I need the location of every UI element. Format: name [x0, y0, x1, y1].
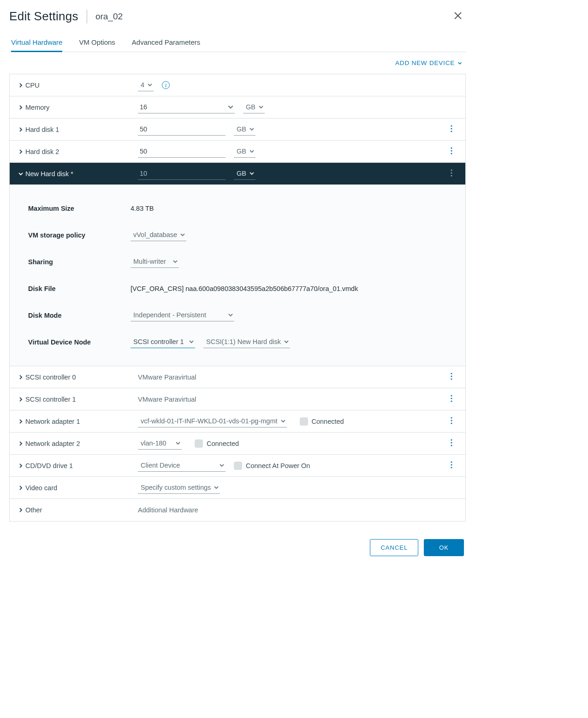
chevron-down-icon	[284, 339, 289, 344]
net2-network-select[interactable]: vlan-180	[138, 438, 182, 450]
row-scsi-1: SCSI controller 1 VMware Paravirtual	[10, 388, 465, 410]
chevron-right-icon	[18, 83, 24, 88]
net1-connected-checkbox[interactable]	[300, 417, 308, 426]
chevron-right-icon	[18, 149, 24, 154]
expand-video[interactable]	[18, 485, 25, 491]
other-value: Additional Hardware	[138, 506, 198, 514]
scsi0-actions[interactable]	[446, 373, 457, 381]
memory-unit-select[interactable]: GB	[243, 101, 265, 113]
net1-label: Network adapter 1	[25, 418, 80, 425]
net2-actions[interactable]	[446, 439, 457, 448]
chevron-right-icon	[18, 127, 24, 132]
expand-scsi0[interactable]	[18, 374, 25, 380]
expand-hd2[interactable]	[18, 149, 25, 154]
scsi0-value: VMware Paravirtual	[138, 374, 196, 381]
expand-cd[interactable]	[18, 463, 25, 469]
hd1-unit-select[interactable]: GB	[234, 124, 255, 136]
expand-memory[interactable]	[18, 105, 25, 110]
net1-network-select[interactable]: vcf-wkld-01-IT-INF-WKLD-01-vds-01-pg-mgm…	[138, 415, 287, 427]
cd-device-value: Client Device	[141, 462, 180, 469]
cancel-button[interactable]: CANCEL	[370, 539, 418, 556]
newhd-details-panel: Maximum Size 4.83 TB VM storage policy v…	[10, 185, 465, 366]
info-icon[interactable]: i	[162, 81, 170, 89]
hd1-label: Hard disk 1	[25, 126, 59, 133]
scsi1-actions[interactable]	[446, 395, 457, 404]
cd-connect-checkbox[interactable]	[234, 462, 242, 470]
net2-network-value: vlan-180	[141, 439, 166, 447]
hd1-unit-value: GB	[237, 125, 246, 133]
chevron-down-icon	[249, 126, 255, 132]
tab-vm-options[interactable]: VM Options	[79, 36, 115, 52]
tab-advanced-parameters[interactable]: Advanced Parameters	[132, 36, 200, 52]
chevron-down-icon	[147, 82, 153, 88]
svg-point-8	[451, 169, 452, 171]
net2-connected-checkbox[interactable]	[195, 439, 203, 448]
svg-point-20	[451, 439, 452, 440]
sharing-select[interactable]: Multi-writer	[131, 256, 179, 268]
cd-device-select[interactable]: Client Device	[138, 460, 226, 472]
svg-point-5	[451, 147, 452, 148]
other-label: Other	[25, 506, 42, 514]
expand-net1[interactable]	[18, 419, 25, 424]
row-new-hard-disk: New Hard disk * GB	[10, 163, 465, 185]
dialog-title: Edit Settings	[9, 9, 78, 24]
disk-file-label: Disk File	[18, 285, 131, 292]
newhd-size-input[interactable]	[138, 168, 226, 180]
add-new-device-button[interactable]: ADD NEW DEVICE	[395, 59, 462, 66]
net1-actions[interactable]	[446, 417, 457, 426]
ok-button[interactable]: OK	[424, 539, 464, 556]
video-settings-select[interactable]: Specify custom settings	[138, 482, 220, 494]
svg-point-18	[451, 420, 452, 421]
kebab-icon	[451, 373, 452, 380]
expand-hd1[interactable]	[18, 127, 25, 132]
memory-size-value: 16	[140, 103, 147, 111]
storage-policy-label: VM storage policy	[18, 231, 131, 239]
hd2-unit-select[interactable]: GB	[234, 146, 255, 158]
net2-label: Network adapter 2	[25, 440, 80, 447]
cpu-count-value: 4	[141, 81, 144, 89]
hd1-size-input[interactable]	[138, 124, 226, 136]
chevron-down-icon	[227, 104, 234, 110]
svg-point-7	[451, 153, 452, 154]
hd2-actions[interactable]	[446, 147, 457, 156]
memory-size-input[interactable]: 16	[138, 101, 235, 113]
chevron-down-icon	[175, 440, 181, 446]
chevron-down-icon	[180, 232, 185, 237]
collapse-newhd[interactable]	[18, 171, 25, 177]
svg-point-6	[451, 150, 452, 151]
scsi1-value: VMware Paravirtual	[138, 396, 196, 403]
hd1-actions[interactable]	[446, 125, 457, 134]
kebab-icon	[451, 439, 452, 446]
svg-point-11	[451, 373, 452, 374]
close-button[interactable]	[452, 10, 464, 24]
svg-point-17	[451, 417, 452, 418]
newhd-actions[interactable]	[446, 169, 457, 178]
expand-scsi1[interactable]	[18, 397, 25, 402]
svg-point-21	[451, 442, 452, 443]
newhd-unit-select[interactable]: GB	[234, 168, 255, 180]
vdn-slot-select[interactable]: SCSI(1:1) New Hard disk	[203, 336, 290, 348]
chevron-down-icon	[172, 259, 178, 264]
chevron-right-icon	[18, 507, 24, 513]
expand-net2[interactable]	[18, 441, 25, 446]
kebab-icon	[451, 395, 452, 402]
cd-actions[interactable]	[446, 461, 457, 470]
disk-mode-select[interactable]: Independent - Persistent	[131, 309, 234, 321]
close-icon	[454, 12, 462, 20]
cpu-count-select[interactable]: 4	[138, 79, 154, 91]
scsi1-label: SCSI controller 1	[25, 396, 76, 403]
chevron-right-icon	[18, 419, 24, 424]
cd-label: CD/DVD drive 1	[25, 462, 73, 469]
svg-point-22	[451, 445, 452, 446]
hd2-size-input[interactable]	[138, 146, 226, 158]
tab-virtual-hardware[interactable]: Virtual Hardware	[11, 36, 62, 52]
storage-policy-select[interactable]: vVol_database	[131, 229, 186, 241]
vdn-controller-select[interactable]: SCSI controller 1	[131, 336, 195, 348]
add-new-device-label: ADD NEW DEVICE	[395, 59, 455, 66]
vdn-label: Virtual Device Node	[18, 338, 131, 346]
expand-other[interactable]	[18, 507, 25, 513]
expand-cpu[interactable]	[18, 83, 25, 88]
chevron-right-icon	[18, 485, 24, 491]
chevron-down-icon	[457, 61, 462, 65]
chevron-down-icon	[249, 148, 255, 154]
